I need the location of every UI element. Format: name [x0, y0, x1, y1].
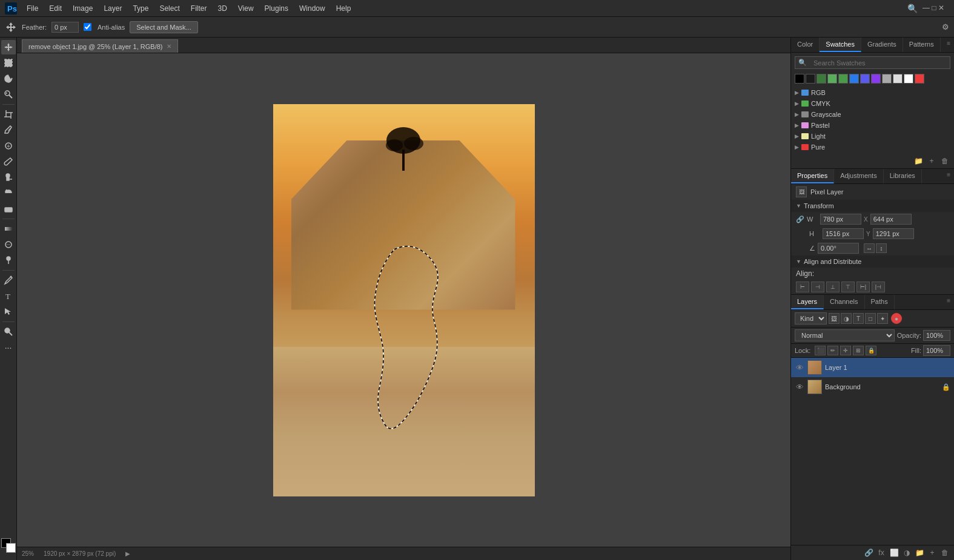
swatches-expand-button[interactable]: ≡: [943, 38, 954, 52]
layers-create-button[interactable]: +: [927, 547, 938, 558]
tool-quick-select[interactable]: ✦: [1, 87, 16, 102]
h-input[interactable]: [823, 228, 864, 239]
w-input[interactable]: [820, 214, 861, 225]
menu-3d[interactable]: 3D: [213, 3, 231, 14]
menu-window[interactable]: Window: [294, 3, 330, 14]
status-arrow[interactable]: ▶: [125, 550, 130, 557]
swatch-white[interactable]: [904, 74, 913, 84]
feather-input[interactable]: [51, 22, 79, 33]
search-icon[interactable]: 🔍: [907, 4, 918, 13]
tab-color[interactable]: Color: [791, 38, 820, 52]
align-bottom-edge[interactable]: |⊣: [872, 282, 885, 292]
tab-properties[interactable]: Properties: [791, 169, 834, 183]
layers-link-button[interactable]: 🔗: [863, 547, 874, 558]
swatch-black[interactable]: [795, 74, 804, 84]
swatch-light[interactable]: [893, 74, 903, 84]
layer-row-background[interactable]: 👁 Background 🔒: [791, 377, 954, 397]
swatch-green2[interactable]: [827, 74, 837, 84]
tool-blur[interactable]: [1, 237, 16, 252]
tab-close-button[interactable]: ✕: [167, 43, 171, 50]
menu-image[interactable]: Image: [68, 3, 98, 14]
menu-help[interactable]: Help: [331, 3, 356, 14]
tool-history-brush[interactable]: [1, 186, 16, 200]
tab-adjustments[interactable]: Adjustments: [834, 169, 884, 183]
select-and-mask-button[interactable]: Select and Mask...: [130, 21, 198, 33]
menu-filter[interactable]: Filter: [186, 3, 212, 14]
tool-eraser[interactable]: [1, 202, 16, 216]
menu-select[interactable]: Select: [154, 3, 184, 14]
tool-more[interactable]: ···: [1, 340, 16, 355]
menu-plugins[interactable]: Plugins: [260, 3, 293, 14]
tab-patterns[interactable]: Patterns: [903, 38, 941, 52]
swatch-group-pure[interactable]: ▶ Pure: [795, 142, 950, 153]
menu-view[interactable]: View: [233, 3, 259, 14]
filter-shape-button[interactable]: □: [865, 313, 876, 324]
menu-file[interactable]: File: [22, 3, 43, 14]
swatch-group-rgb[interactable]: ▶ RGB: [795, 87, 950, 98]
tab-channels[interactable]: Channels: [824, 295, 864, 309]
tool-crop[interactable]: [1, 107, 16, 122]
lock-position-button[interactable]: ✛: [840, 346, 851, 355]
swatch-delete-button[interactable]: 🗑: [939, 156, 950, 166]
menu-edit[interactable]: Edit: [44, 3, 67, 14]
layers-mask-button[interactable]: ⬜: [889, 547, 899, 558]
tool-lasso[interactable]: [1, 71, 16, 86]
swatch-group-cmyk[interactable]: ▶ CMYK: [795, 98, 950, 109]
tab-gradients[interactable]: Gradients: [861, 38, 903, 52]
tab-swatches[interactable]: Swatches: [820, 38, 861, 52]
swatch-create-button[interactable]: +: [926, 156, 937, 166]
properties-expand-button[interactable]: ≡: [943, 169, 954, 183]
lock-artboard-button[interactable]: ⊞: [853, 346, 864, 355]
swatch-group-pastel[interactable]: ▶ Pastel: [795, 120, 950, 131]
swatch-add-folder-button[interactable]: 📁: [913, 156, 924, 166]
swatch-green1[interactable]: [817, 74, 826, 84]
swatch-blue2[interactable]: [860, 74, 870, 84]
tool-path-select[interactable]: [1, 305, 16, 319]
flip-h-button[interactable]: ↔: [864, 243, 875, 253]
menu-layer[interactable]: Layer: [99, 3, 127, 14]
tool-gradient[interactable]: [1, 222, 16, 236]
x-input[interactable]: [870, 214, 912, 225]
layout-icon[interactable]: ⚙: [942, 22, 949, 31]
fill-input[interactable]: [923, 345, 950, 356]
align-distribute-section[interactable]: ▼ Align and Distribute: [791, 255, 954, 268]
link-proportional-button[interactable]: 🔗: [796, 216, 804, 223]
swatches-search-input[interactable]: [810, 58, 950, 68]
swatch-purple[interactable]: [871, 74, 881, 84]
canvas-viewport[interactable]: [17, 53, 790, 547]
align-top-edge[interactable]: ⊤: [841, 282, 855, 292]
tab-libraries[interactable]: Libraries: [884, 169, 922, 183]
swatch-blue1[interactable]: [849, 74, 859, 84]
tool-marquee[interactable]: [1, 56, 16, 70]
filter-adjust-button[interactable]: ◑: [841, 313, 852, 324]
layers-delete-button[interactable]: 🗑: [939, 547, 950, 558]
align-center-h[interactable]: ⊣: [811, 282, 824, 292]
tool-zoom[interactable]: +: [1, 324, 16, 339]
lock-pixels-button[interactable]: ⬛: [815, 346, 826, 355]
tool-text[interactable]: T: [1, 289, 16, 303]
background-visibility-button[interactable]: 👁: [795, 382, 804, 392]
menu-type[interactable]: Type: [128, 3, 153, 14]
lock-paint-button[interactable]: ✏: [827, 346, 838, 355]
layers-fx-button[interactable]: fx: [876, 547, 887, 558]
lock-all-button[interactable]: 🔒: [866, 346, 876, 355]
color-swatches[interactable]: [1, 538, 16, 553]
layer-row-layer1[interactable]: 👁 Layer 1: [791, 358, 954, 377]
layers-folder-button[interactable]: 📁: [914, 547, 925, 558]
transform-section[interactable]: ▼ Transform: [791, 200, 954, 212]
swatch-group-light[interactable]: ▶ Light: [795, 131, 950, 142]
swatch-red[interactable]: [915, 74, 924, 84]
tab-layers[interactable]: Layers: [791, 295, 824, 309]
align-center-v[interactable]: ⊢|: [856, 282, 870, 292]
tool-eyedropper[interactable]: [1, 123, 16, 137]
layers-expand-button[interactable]: ≡: [943, 295, 954, 309]
tool-move[interactable]: [1, 40, 16, 54]
filter-pixel-button[interactable]: 🖼: [829, 313, 840, 324]
filter-kind-select[interactable]: Kind: [795, 312, 827, 324]
swatch-dark[interactable]: [806, 74, 815, 84]
layers-adjustment-button[interactable]: ◑: [901, 547, 912, 558]
tab-paths[interactable]: Paths: [865, 295, 895, 309]
blend-mode-select[interactable]: Normal: [795, 329, 895, 341]
swatch-group-grayscale[interactable]: ▶ Grayscale: [795, 109, 950, 120]
angle-input[interactable]: [818, 243, 859, 254]
